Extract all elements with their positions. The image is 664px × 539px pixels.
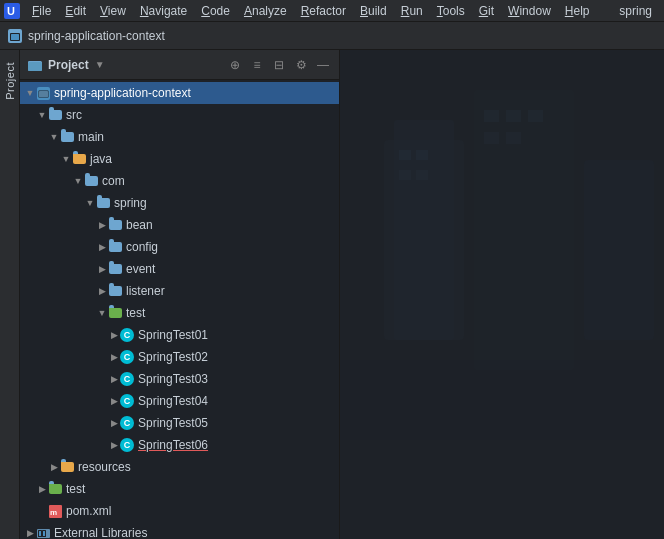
menu-analyze[interactable]: Analyze	[238, 2, 293, 20]
arrow-bean	[96, 219, 108, 231]
menu-refactor[interactable]: Refactor	[295, 2, 352, 20]
panel-header-actions: ⊕ ≡ ⊟ ⚙ —	[227, 57, 331, 73]
tree-container[interactable]: spring-application-context src main	[20, 80, 339, 539]
svg-rect-28	[399, 170, 411, 180]
panel-header-title: Project	[48, 58, 89, 72]
project-title: spring-application-context	[28, 29, 165, 43]
tree-item-java[interactable]: java	[20, 148, 339, 170]
tree-item-test-folder[interactable]: test	[20, 302, 339, 324]
menu-run[interactable]: Run	[395, 2, 429, 20]
menu-navigate[interactable]: Navigate	[134, 2, 193, 20]
tree-item-bean[interactable]: bean	[20, 214, 339, 236]
svg-text:m: m	[50, 508, 57, 517]
arrow-event	[96, 263, 108, 275]
lines-action-btn[interactable]: ≡	[249, 57, 265, 73]
tree-item-event[interactable]: event	[20, 258, 339, 280]
app-logo: U	[4, 3, 20, 19]
svg-rect-29	[416, 170, 428, 180]
tree-item-springtest02[interactable]: C SpringTest02	[20, 346, 339, 368]
side-tab[interactable]: Project	[0, 50, 20, 539]
gear-action-btn[interactable]: ⚙	[293, 57, 309, 73]
class-icon-st05: C	[120, 416, 134, 430]
test2-folder-icon	[48, 482, 62, 496]
menu-git[interactable]: Git	[473, 2, 500, 20]
editor-area	[340, 50, 664, 539]
tree-item-test2[interactable]: test	[20, 478, 339, 500]
svg-rect-35	[340, 360, 664, 440]
svg-rect-33	[484, 132, 499, 144]
project-name-right: spring	[619, 4, 660, 18]
menu-tools[interactable]: Tools	[431, 2, 471, 20]
menu-file[interactable]: File	[26, 2, 57, 20]
class-icon-st03: C	[120, 372, 134, 386]
tree-item-pom[interactable]: m pom.xml	[20, 500, 339, 522]
svg-text:U: U	[7, 5, 15, 17]
main-label: main	[78, 130, 104, 144]
arrow-config	[96, 241, 108, 253]
tree-item-springtest03[interactable]: C SpringTest03	[20, 368, 339, 390]
tree-item-main[interactable]: main	[20, 126, 339, 148]
arrow-extlibs	[24, 527, 36, 539]
tree-item-resources[interactable]: resources	[20, 456, 339, 478]
arrow-st05	[108, 417, 120, 429]
event-folder-icon	[108, 262, 122, 276]
pom-label: pom.xml	[66, 504, 111, 518]
title-bar: spring-application-context	[0, 22, 664, 50]
springtest03-label: SpringTest03	[138, 372, 208, 386]
resources-folder-icon	[60, 460, 74, 474]
tree-item-springtest05[interactable]: C SpringTest05	[20, 412, 339, 434]
src-label: src	[66, 108, 82, 122]
java-label: java	[90, 152, 112, 166]
menu-view[interactable]: View	[94, 2, 132, 20]
listener-label: listener	[126, 284, 165, 298]
svg-rect-26	[399, 150, 411, 160]
arrow-com	[72, 175, 84, 187]
springtest02-label: SpringTest02	[138, 350, 208, 364]
extlibs-icon	[36, 526, 50, 539]
tree-item-config[interactable]: config	[20, 236, 339, 258]
tree-item-springtest01[interactable]: C SpringTest01	[20, 324, 339, 346]
menu-window[interactable]: Window	[502, 2, 557, 20]
tree-item-extlibs[interactable]: External Libraries	[20, 522, 339, 539]
tree-item-com[interactable]: com	[20, 170, 339, 192]
menu-bar: U File Edit View Navigate Code Analyze R…	[0, 0, 664, 22]
svg-rect-32	[528, 110, 543, 122]
class-icon-st04: C	[120, 394, 134, 408]
project-icon	[8, 29, 22, 43]
lines2-action-btn[interactable]: ⊟	[271, 57, 287, 73]
tree-item-src[interactable]: src	[20, 104, 339, 126]
tree-item-spring[interactable]: spring	[20, 192, 339, 214]
bean-label: bean	[126, 218, 153, 232]
root-project-icon	[36, 86, 50, 100]
svg-rect-4	[11, 34, 19, 40]
class-icon-st01: C	[120, 328, 134, 342]
tree-item-listener[interactable]: listener	[20, 280, 339, 302]
arrow-listener	[96, 285, 108, 297]
globe-action-btn[interactable]: ⊕	[227, 57, 243, 73]
springtest05-label: SpringTest05	[138, 416, 208, 430]
svg-rect-34	[506, 132, 521, 144]
menu-code[interactable]: Code	[195, 2, 236, 20]
svg-rect-17	[43, 531, 45, 536]
minimize-action-btn[interactable]: —	[315, 57, 331, 73]
class-icon-st06: C	[120, 438, 134, 452]
svg-rect-10	[39, 91, 48, 97]
menu-help[interactable]: Help	[559, 2, 596, 20]
event-label: event	[126, 262, 155, 276]
menu-edit[interactable]: Edit	[59, 2, 92, 20]
tree-item-springtest06[interactable]: C SpringTest06	[20, 434, 339, 456]
tree-item-root[interactable]: spring-application-context	[20, 82, 339, 104]
resources-label: resources	[78, 460, 131, 474]
main-area: Project Project ▼ ⊕ ≡ ⊟ ⚙ —	[0, 50, 664, 539]
spring-folder-icon	[96, 196, 110, 210]
svg-rect-15	[39, 531, 41, 536]
src-folder-icon	[48, 108, 62, 122]
arrow-resources	[48, 461, 60, 473]
config-folder-icon	[108, 240, 122, 254]
svg-rect-30	[484, 110, 499, 122]
panel-header-arrow[interactable]: ▼	[95, 59, 105, 70]
tree-item-springtest04[interactable]: C SpringTest04	[20, 390, 339, 412]
menu-build[interactable]: Build	[354, 2, 393, 20]
listener-folder-icon	[108, 284, 122, 298]
svg-rect-7	[28, 62, 42, 71]
